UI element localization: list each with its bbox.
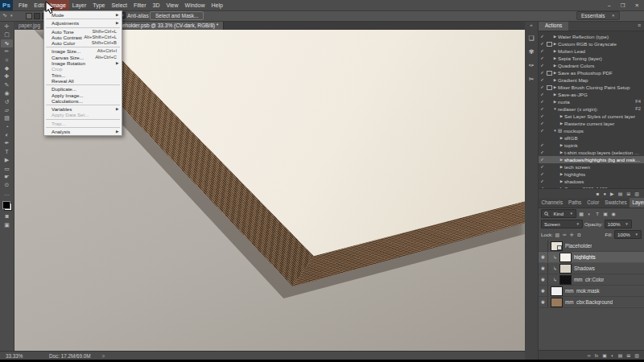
action-row[interactable]: ✓ ▶ highlights <box>539 171 644 178</box>
tool-button[interactable]: ◐ <box>1 131 13 139</box>
layer-filter-kind-select[interactable]: Kind ▼ <box>541 209 576 218</box>
dropdown-menu-item[interactable]: Mode ▶ <box>44 12 122 18</box>
tool-button[interactable]: ✒ <box>1 139 13 147</box>
action-row[interactable]: ✓ ▶ tech screen <box>539 163 644 171</box>
action-enabled-check-icon[interactable]: ✓ <box>539 47 546 55</box>
layers-footer-icon[interactable]: ◐ <box>611 353 614 358</box>
action-row[interactable]: ✓ ▶ Gradient Map <box>539 76 644 84</box>
dropdown-menu-item[interactable]: Image Rotation ▶ <box>44 60 122 66</box>
action-enabled-check-icon[interactable]: ✓ <box>539 84 546 91</box>
layer-visibility-eye-icon[interactable]: ◉ <box>539 286 548 296</box>
layer-filter-icon[interactable]: T <box>594 212 601 216</box>
action-row[interactable]: ✓ ▶ Set Layer Styles of current layer <box>539 113 644 120</box>
status-options-arrow-icon[interactable]: > <box>101 353 105 359</box>
action-row[interactable]: ✓ ▶ Quadrant Colors <box>539 62 644 69</box>
action-row[interactable]: ✓ ▶ t-shirt mockup layers (selection act… <box>539 149 644 156</box>
action-dialog-toggle-icon[interactable] <box>546 71 552 76</box>
menu-item[interactable]: Help <box>208 0 225 10</box>
panel-tab[interactable]: Color <box>584 198 602 208</box>
layers-footer-icon[interactable]: ▥ <box>634 352 639 358</box>
action-row[interactable]: ✓ ▶ Save as Photoshop PDF <box>539 69 644 76</box>
dropdown-menu-item[interactable] <box>46 27 120 28</box>
dropdown-menu-item[interactable] <box>46 119 120 120</box>
menu-item[interactable]: View <box>163 0 182 10</box>
expand-arrow-icon[interactable]: ▶ <box>559 134 564 142</box>
layer-row[interactable]: ◉ ↳ mm_clr:Color <box>539 274 644 286</box>
actions-footer-icon[interactable]: ▤ <box>618 191 623 196</box>
menu-item[interactable]: Type <box>89 0 108 10</box>
layer-row[interactable]: ◉ mm_cbx:Background <box>539 297 644 308</box>
tool-button[interactable]: ▨ <box>1 114 13 122</box>
action-row[interactable]: ✓ ▶ Mixer Brush Cloning Paint Setup <box>539 84 644 91</box>
layer-row[interactable]: ◉ ↳ Shadows <box>539 263 644 274</box>
layer-visibility-eye-icon[interactable] <box>539 241 548 251</box>
menu-item[interactable]: File <box>15 0 31 10</box>
dropdown-menu-item[interactable]: Auto Contrast Alt+Shift+Ctrl+L <box>44 35 122 40</box>
action-row[interactable]: ✓ ▶ Custom RGB to Grayscale <box>539 40 644 47</box>
dropdown-menu-item[interactable]: Image Size... Alt+Ctrl+I <box>44 48 122 54</box>
quick-mask-icon[interactable]: ◙ <box>1 212 13 220</box>
layer-filter-icon[interactable]: ◉ <box>610 211 617 216</box>
expand-arrow-icon[interactable]: ▶ <box>559 113 564 120</box>
lock-icon[interactable]: ▨ <box>555 232 560 237</box>
tool-preset-picker[interactable]: ∿ ▼ <box>2 12 13 19</box>
expand-arrow-icon[interactable]: ▶ <box>559 156 564 163</box>
opacity-select[interactable]: 100% ▼ <box>605 220 632 228</box>
action-row[interactable]: ✓ ▶ topink <box>539 142 644 149</box>
dropdown-menu-item[interactable] <box>46 47 120 47</box>
tool-button[interactable]: ⌗ <box>1 56 13 64</box>
panel-menu-icon[interactable]: ≡ <box>638 21 641 31</box>
collapsed-panel-icon[interactable]: ✑ <box>529 62 535 69</box>
close-icon[interactable]: ✕ <box>635 0 639 10</box>
action-row[interactable]: ✓ ▼ ▤ mockups <box>539 127 644 134</box>
tool-button[interactable]: ⊙ <box>1 181 13 189</box>
dropdown-menu-item[interactable] <box>46 84 120 85</box>
layer-filter-icon[interactable]: ◐ <box>586 212 592 216</box>
edit-toolbar-icon[interactable]: ⋯ <box>1 191 13 199</box>
layer-filter-icon[interactable]: ▦ <box>578 211 584 216</box>
tool-button[interactable]: ☛ <box>1 173 13 181</box>
action-row[interactable]: ✓ ▶ nozia F4 <box>539 98 644 105</box>
dropdown-menu-item[interactable]: Apply Data Set... <box>44 112 122 117</box>
dropdown-menu-item[interactable] <box>46 105 120 105</box>
expand-arrow-icon[interactable]: ▶ <box>552 91 558 98</box>
expand-arrow-icon[interactable]: ▶ <box>552 84 558 91</box>
fill-select[interactable]: 100% ▼ <box>614 230 642 239</box>
action-enabled-check-icon[interactable]: ✓ <box>539 76 546 84</box>
action-row[interactable]: ✓ ▶ shadows/highlights (bg and msk no... <box>539 156 644 163</box>
action-dialog-toggle-icon[interactable] <box>546 85 552 90</box>
action-row[interactable]: ✓ ▶ Sepia Toning (layer) <box>539 55 644 62</box>
dropdown-menu-item[interactable]: Analysis ▶ <box>44 129 122 134</box>
action-enabled-check-icon[interactable]: ✓ <box>539 105 546 113</box>
dropdown-menu-item[interactable]: Trim... <box>44 72 122 78</box>
action-enabled-check-icon[interactable]: ✓ <box>539 91 546 98</box>
layers-footer-icon[interactable]: ∞ <box>587 353 590 358</box>
action-enabled-check-icon[interactable]: ✓ <box>539 178 546 185</box>
tool-button[interactable]: T <box>1 148 13 156</box>
expand-arrow-icon[interactable]: ▶ <box>552 33 558 40</box>
layers-footer-icon[interactable]: ▤ <box>618 352 623 358</box>
actions-tab[interactable]: Actions <box>539 21 568 31</box>
collapsed-panel-icon[interactable]: ✾ <box>529 48 535 56</box>
layer-row[interactable]: ◉ mm_mok:mask <box>539 286 644 297</box>
action-row[interactable]: ✓ ▶ Save-as-JPG <box>539 91 644 98</box>
foreground-color-swatch[interactable] <box>2 201 10 209</box>
tool-button[interactable]: ✏ <box>1 47 13 56</box>
add-selection-icon[interactable] <box>34 13 40 19</box>
action-row[interactable]: ✓ ▼ redlaser (x origin): F2 <box>539 105 644 113</box>
tool-button[interactable]: ✚ <box>1 72 13 80</box>
expand-arrow-icon[interactable]: ▶ <box>559 163 564 171</box>
layer-visibility-eye-icon[interactable]: ◉ <box>539 252 548 262</box>
tool-button[interactable]: ↺ <box>1 98 13 106</box>
dropdown-menu-item[interactable]: Calculations... <box>44 98 122 104</box>
panel-tab[interactable]: Paths <box>566 198 584 208</box>
collapse-panels-icon[interactable]: « <box>530 22 532 28</box>
dropdown-menu-item[interactable]: Canvas Size... Alt+Ctrl+C <box>44 55 122 60</box>
expand-arrow-icon[interactable]: ▶ <box>559 120 564 127</box>
tool-button[interactable]: ◆ <box>1 64 13 72</box>
dropdown-menu-item[interactable] <box>46 19 120 19</box>
dropdown-menu-item[interactable]: Reveal All <box>44 78 122 84</box>
action-enabled-check-icon[interactable]: ✓ <box>539 98 546 105</box>
layers-footer-icon[interactable]: ▣ <box>602 352 607 358</box>
select-and-mask-button[interactable]: Select and Mask... <box>150 11 204 20</box>
